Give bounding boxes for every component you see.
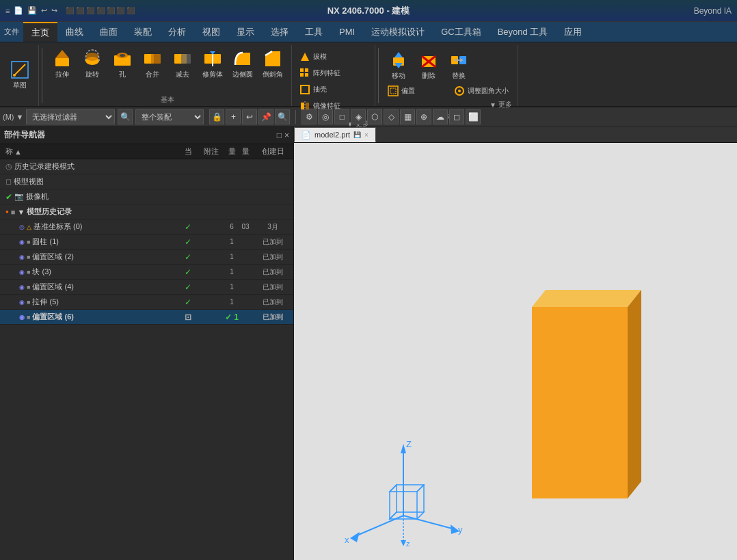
panel-header: 部件导航器 □ × (0, 126, 293, 144)
scope-dropdown[interactable]: 整个装配 (135, 109, 204, 124)
subtract-button[interactable]: 减去 (168, 46, 197, 81)
menu-tools[interactable]: 工具 (297, 22, 331, 42)
view-btn3[interactable]: □ (334, 109, 349, 124)
nav-row-offset-region1[interactable]: ◉ ■ 偏置区域 (2) ✓ 1 已加到 (0, 250, 293, 265)
more-sync-button[interactable]: ▼ 更多 (487, 98, 515, 111)
combine-button[interactable]: 合并 (138, 46, 167, 81)
filter-dropdown[interactable]: 无选择过滤器 (26, 109, 115, 124)
menu-select[interactable]: 选择 (263, 22, 297, 42)
panel-pin-icon[interactable]: × (284, 131, 289, 140)
svg-marker-53 (401, 444, 406, 453)
shell-button[interactable]: 抽壳 (296, 82, 330, 97)
nav-row-history-mode[interactable]: ◷ 历史记录建模模式 (0, 159, 293, 174)
nav-row-offset-region2[interactable]: ◉ ■ 偏置区域 (4) ✓ 1 已加到 (0, 280, 293, 295)
svg-text:Z: Z (406, 439, 412, 449)
view-btn1[interactable]: ⚙ (302, 109, 317, 124)
view-btn6[interactable]: ◇ (384, 109, 399, 124)
edge-blend-button[interactable]: 边侧圆 (228, 46, 257, 81)
trim-body-icon (202, 48, 224, 70)
nav-col-name[interactable]: 称 ▲ (0, 146, 178, 157)
hole-button[interactable]: 孔 (108, 46, 137, 81)
tab-close-btn[interactable]: × (364, 131, 368, 139)
extra-icons: ⬛ ⬛ ⬛ ⬛ ⬛ ⬛ ⬛ (66, 7, 135, 14)
history-dot-icon: ● (5, 209, 9, 215)
panel-maximize-icon[interactable]: □ (277, 131, 282, 140)
resize-blend-button[interactable]: 调整圆角大小 (451, 83, 515, 98)
view-btn2[interactable]: ◎ (318, 109, 333, 124)
model-area[interactable]: Z y x z (294, 143, 737, 560)
trim-body-button[interactable]: 修剪体 (198, 46, 227, 81)
ribbon-group-sketch: 草图 (3, 45, 39, 106)
nav-row-block[interactable]: ◉ ■ 块 (3) ✓ 1 已加到 (0, 265, 293, 280)
offset-sync-button[interactable]: 偏置 (384, 83, 449, 98)
menu-gc[interactable]: GC工具箱 (433, 22, 490, 42)
revolve-button[interactable]: 旋转 (78, 46, 107, 81)
add-icon-btn[interactable]: + (226, 109, 241, 124)
sketch-group-label (5, 103, 34, 106)
view-btn8[interactable]: ⊕ (416, 109, 431, 124)
menu-pmi[interactable]: PMI (331, 22, 363, 42)
menu-beyond[interactable]: Beyond 工具 (490, 22, 557, 42)
menu-analysis[interactable]: 分析 (160, 22, 194, 42)
pin-icon-btn[interactable]: 📌 (258, 109, 273, 124)
draft-button[interactable]: 拔模 (296, 49, 330, 64)
subtract-label: 减去 (176, 70, 189, 79)
nav-col-current: 当 (178, 146, 198, 157)
view-btn7[interactable]: ▦ (400, 109, 415, 124)
nav-cell-qty-5: 1 (225, 238, 239, 245)
combine-label: 合并 (146, 70, 159, 79)
nav-cell-cur-8: ✓ (178, 282, 198, 292)
replace-button[interactable]: 替换 (444, 48, 473, 82)
menu-curve[interactable]: 曲线 (57, 22, 92, 42)
nav-row-model-views[interactable]: ◻ 模型视图 (0, 174, 293, 189)
svg-text:y: y (458, 524, 463, 535)
nav-cell-model-views: ◻ 模型视图 (0, 176, 178, 187)
sketch-button[interactable]: 草图 (5, 57, 34, 92)
nav-cell-cur-7: ✓ (178, 267, 198, 277)
undo-sel-btn[interactable]: ↩ (242, 109, 257, 124)
view-btn4[interactable]: ◈ (351, 109, 366, 124)
array-feature-label: 阵列特征 (313, 68, 340, 78)
menu-file[interactable]: 文件 (0, 22, 23, 42)
menu-display[interactable]: 显示 (228, 22, 263, 42)
view-btn10[interactable]: ◻ (449, 109, 464, 124)
redo-icon[interactable]: ↪ (51, 6, 57, 15)
view-btn5[interactable]: ⬡ (367, 109, 382, 124)
hole-icon (111, 48, 133, 70)
menu-surface[interactable]: 曲面 (92, 22, 126, 42)
revolve-icon (81, 48, 103, 70)
nav-row-offset-region3[interactable]: ◉ ■ 偏置区域 (6) ⊡ ✓ 1 已加到 (0, 310, 293, 325)
search-sel-btn[interactable]: 🔍 (275, 109, 290, 124)
lock-icon-btn[interactable]: 🔒 (209, 109, 224, 124)
move-button[interactable]: 移动 (384, 48, 413, 82)
tab-bar: 📄 model2.prt 💾 × (294, 126, 737, 143)
menu-home[interactable]: 主页 (23, 22, 57, 42)
chamfer-button[interactable]: 倒斜角 (258, 46, 287, 81)
save-icon[interactable]: 💾 (27, 6, 37, 15)
view-btn11[interactable]: ⬜ (466, 109, 481, 124)
undo-icon[interactable]: ↩ (41, 6, 47, 15)
more-sync-icon: ▼ (490, 101, 496, 109)
new-file-icon[interactable]: 📄 (14, 6, 23, 15)
menu-icon[interactable]: ≡ (5, 7, 10, 15)
view-btn9[interactable]: ☁ (433, 109, 448, 124)
model-tab[interactable]: 📄 model2.prt 💾 × (294, 127, 376, 142)
nav-row-model-history[interactable]: ● ■ ▼ 模型历史记录 (0, 204, 293, 219)
nav-row-camera[interactable]: ✔ 📷 摄像机 (0, 189, 293, 204)
menu-apps[interactable]: 应用 (556, 22, 590, 42)
menu-assembly[interactable]: 装配 (126, 22, 160, 42)
nav-row-datum-csys[interactable]: ◎ △ 基准坐标系 (0) ✓ 6 03 3月 (0, 219, 293, 235)
extrude-button[interactable]: 拉伸 (48, 46, 77, 81)
nav-cell-offset-region3: ◉ ■ 偏置区域 (6) (0, 312, 178, 322)
coordinate-axes-svg: Z y x z (335, 410, 472, 546)
more-sync-label: 更多 (498, 100, 512, 109)
nav-row-extrude-feat[interactable]: ◉ ■ 拉伸 (5) ✓ 1 已加到 (0, 295, 293, 310)
nav-cell-date-8: 已加到 (252, 282, 293, 292)
nav-row-cylinder[interactable]: ◉ ■ 圆柱 (1) ✓ 1 已加到 (0, 235, 293, 250)
menu-motion[interactable]: 运动模拟设计 (363, 22, 433, 42)
subtract-icon (172, 48, 193, 70)
delete-sync-button[interactable]: 删除 (414, 48, 443, 82)
menu-view[interactable]: 视图 (194, 22, 228, 42)
filter-icon-btn[interactable]: 🔍 (118, 109, 133, 124)
array-feature-button[interactable]: 阵列特征 (296, 66, 343, 81)
